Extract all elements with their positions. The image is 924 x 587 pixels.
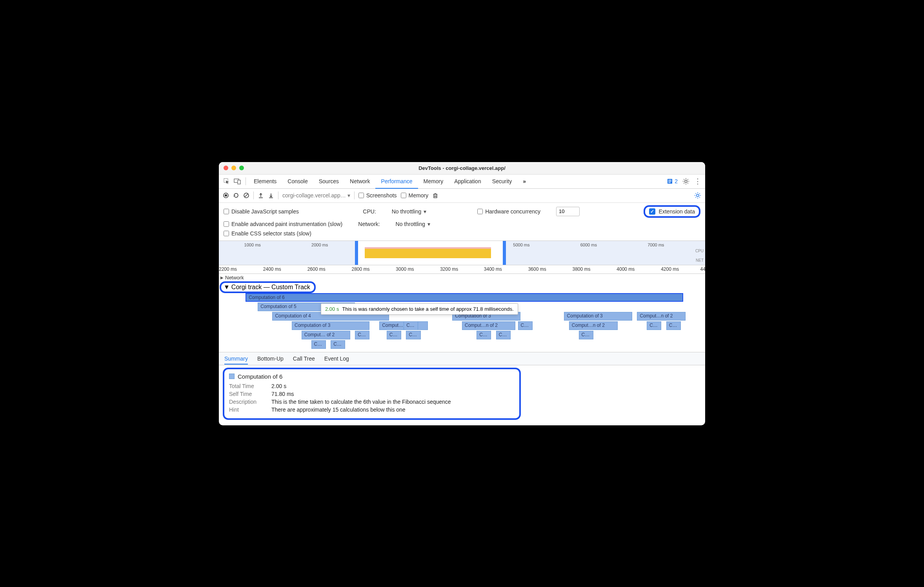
ruler-tick: 4400 <box>700 266 705 272</box>
ruler-tick: 4000 ms <box>617 266 635 272</box>
flame-bar[interactable]: C… <box>518 321 533 330</box>
tab-call-tree[interactable]: Call Tree <box>293 355 315 362</box>
cpu-label: CPU: <box>363 208 376 215</box>
flame-bar[interactable]: C…0 <box>331 340 345 349</box>
separator <box>246 177 246 185</box>
custom-track-highlight[interactable]: ▼ Corgi track — Custom Track <box>220 281 316 293</box>
cpu-throttling-select[interactable]: No throttling ▾ <box>392 208 426 215</box>
upload-icon[interactable] <box>258 192 264 199</box>
tab-application[interactable]: Application <box>449 174 487 188</box>
flame-bar[interactable]: C…1 <box>387 331 401 339</box>
flame-bar[interactable]: C…1 <box>647 321 661 330</box>
summary-title-row: Computation of 6 <box>229 373 515 380</box>
extension-data-highlight: Extension data <box>644 205 700 218</box>
target-dropdown[interactable]: corgi-collage.vercel.app… ▾ <box>282 192 350 199</box>
gear-icon[interactable] <box>682 178 689 185</box>
flame-bar[interactable]: C…0 <box>666 321 681 330</box>
timeline-overview[interactable]: 1000 ms 2000 ms 3000 ms 4000 ms 5000 ms … <box>219 241 705 265</box>
svg-point-6 <box>225 194 227 197</box>
ruler-tick: 2200 ms <box>219 266 237 272</box>
hw-concurrency-checkbox[interactable]: Hardware concurrency <box>477 208 540 215</box>
overview-handle-left[interactable] <box>355 241 358 265</box>
device-icon[interactable] <box>232 178 243 184</box>
flame-bar[interactable]: Comput…n of 2 <box>462 321 515 330</box>
screenshots-checkbox[interactable]: Screenshots <box>358 192 397 199</box>
paint-instr-checkbox[interactable]: Enable advanced paint instrumentation (s… <box>224 221 342 227</box>
memory-checkbox[interactable]: Memory <box>401 192 429 199</box>
expand-icon: ▶ <box>220 275 224 280</box>
network-label: Network: <box>358 221 380 227</box>
titlebar: DevTools - corgi-collage.vercel.app/ <box>219 162 705 175</box>
ruler-tick: 3400 ms <box>484 266 502 272</box>
issues-count: 2 <box>675 178 678 184</box>
timeline-ruler[interactable]: 2200 ms2400 ms2600 ms2800 ms3000 ms3200 … <box>219 265 705 274</box>
flame-bar[interactable]: Computation of 6 <box>246 293 683 302</box>
summary-title: Computation of 6 <box>238 373 282 380</box>
ruler-tick: 3800 ms <box>572 266 590 272</box>
tab-console[interactable]: Console <box>282 174 313 188</box>
clear-icon[interactable] <box>243 192 249 199</box>
tab-security[interactable]: Security <box>487 174 518 188</box>
reload-icon[interactable] <box>233 192 239 199</box>
extension-data-checkbox[interactable] <box>649 208 655 215</box>
tab-summary[interactable]: Summary <box>224 355 248 365</box>
main-tabs: Elements Console Sources Network Perform… <box>219 175 705 189</box>
flame-bar[interactable]: C… <box>406 331 420 339</box>
issues-badge[interactable]: 2 <box>667 178 678 184</box>
flame-bar[interactable]: C…1 <box>477 331 491 339</box>
collapse-icon: ▼ <box>224 284 230 291</box>
network-track-header[interactable]: ▶ Network <box>219 274 705 281</box>
svg-point-10 <box>697 194 699 197</box>
devtools-window: DevTools - corgi-collage.vercel.app/ Ele… <box>219 162 705 425</box>
flame-bar[interactable]: Comput…n of 2 <box>637 312 686 321</box>
flame-bar[interactable]: C… <box>496 331 511 339</box>
svg-line-8 <box>245 194 248 197</box>
ruler-tick: 3600 ms <box>528 266 546 272</box>
flame-bar[interactable]: Comput…n of 2 <box>569 321 618 330</box>
window-title: DevTools - corgi-collage.vercel.app/ <box>219 165 705 171</box>
network-throttling-select[interactable]: No throttling ▾ <box>396 221 430 227</box>
ruler-tick: 2800 ms <box>352 266 370 272</box>
flame-bar[interactable]: C… <box>311 340 326 349</box>
flame-tooltip: 2.00 s This is was randomly chosen to ta… <box>321 303 518 315</box>
flame-bar[interactable]: C…1 <box>355 331 369 339</box>
extension-data-label: Extension data <box>658 208 695 215</box>
svg-rect-2 <box>238 180 240 184</box>
ruler-tick: 3200 ms <box>440 266 458 272</box>
tab-elements[interactable]: Elements <box>248 174 282 188</box>
inspect-icon[interactable] <box>221 178 232 185</box>
tracks-container: ▶ Network ▼ Corgi track — Custom Track 2… <box>219 274 705 352</box>
overview-handle-right[interactable] <box>503 241 506 265</box>
tab-performance[interactable]: Performance <box>375 175 418 189</box>
settings-gear-icon[interactable] <box>694 192 701 199</box>
flame-bar[interactable]: Comput… of 2 <box>302 331 350 339</box>
disable-js-checkbox[interactable]: Disable JavaScript samples <box>224 208 299 215</box>
ruler-tick: 2400 ms <box>263 266 281 272</box>
flame-bar[interactable]: Computation of 3 <box>564 312 632 321</box>
flame-bar[interactable]: C…1 <box>579 331 593 339</box>
hw-concurrency-input[interactable] <box>556 207 580 216</box>
color-swatch <box>229 374 235 379</box>
ruler-tick: 3000 ms <box>396 266 414 272</box>
tab-event-log[interactable]: Event Log <box>324 355 349 362</box>
tab-bottom-up[interactable]: Bottom-Up <box>257 355 284 362</box>
gc-icon[interactable] <box>432 192 438 199</box>
kebab-icon[interactable]: ⋮ <box>694 177 701 186</box>
more-tabs-icon[interactable]: » <box>517 174 531 188</box>
flame-chart[interactable]: 2.00 s This is was randomly chosen to ta… <box>219 293 705 352</box>
tab-sources[interactable]: Sources <box>313 174 344 188</box>
perf-toolbar: corgi-collage.vercel.app… ▾ Screenshots … <box>219 189 705 203</box>
tab-memory[interactable]: Memory <box>418 174 449 188</box>
download-icon[interactable] <box>268 192 274 199</box>
svg-point-4 <box>685 180 687 182</box>
record-icon[interactable] <box>223 192 229 199</box>
capture-settings: Disable JavaScript samples CPU: No throt… <box>219 203 705 241</box>
detail-tabs: Summary Bottom-Up Call Tree Event Log <box>219 352 705 365</box>
css-stats-checkbox[interactable]: Enable CSS selector stats (slow) <box>224 230 311 237</box>
ruler-tick: 4200 ms <box>661 266 679 272</box>
flame-bar[interactable]: Computation of 3 <box>292 321 369 330</box>
ruler-tick: 2600 ms <box>307 266 326 272</box>
tab-network[interactable]: Network <box>344 174 375 188</box>
summary-highlight: Computation of 6 Total Time2.00 s Self T… <box>223 368 521 420</box>
flame-bar[interactable]: C…1 <box>404 321 418 330</box>
